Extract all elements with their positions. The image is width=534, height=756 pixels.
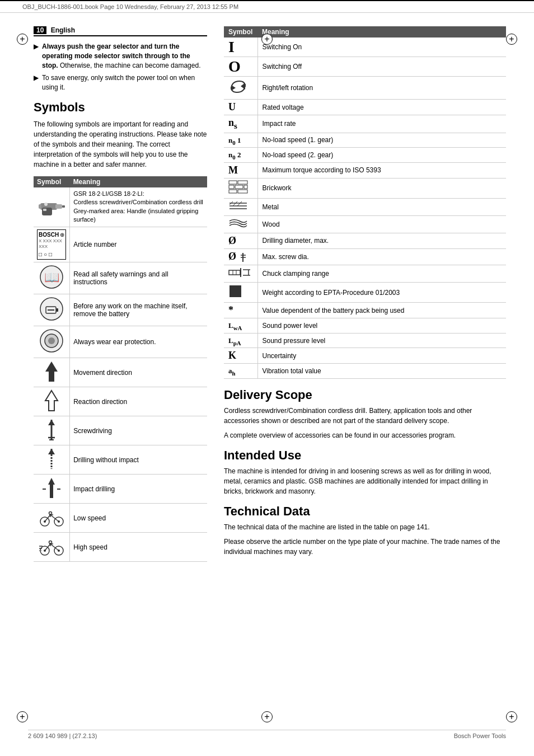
screw-icon	[239, 252, 247, 263]
drill-no-impact-icon	[40, 448, 63, 470]
meaning-on: Switching On	[257, 37, 506, 57]
warning-hand-icon: 📖	[39, 265, 64, 290]
symbol-brickwork	[224, 178, 257, 198]
page-container: OBJ_BUCH-1886-001.book Page 10 Wednesday…	[0, 0, 534, 756]
table-row: Reaction direction	[34, 387, 207, 416]
meaning-drill-diam: Drilling diameter, max.	[257, 233, 506, 248]
svg-rect-11	[56, 308, 58, 312]
table-row: * Value dependent of the battery pack be…	[224, 303, 506, 318]
meaning-cell-drill-no-impact: Drilling without impact	[70, 445, 207, 475]
svg-rect-67	[229, 270, 240, 275]
table-row: 📖 Read all safety warnings and all instr…	[34, 262, 207, 294]
sym-col-header: Symbol	[34, 176, 70, 187]
svg-rect-2	[62, 205, 65, 208]
svg-marker-23	[48, 449, 55, 454]
footer-right: Bosch Power Tools	[454, 732, 506, 739]
symbol-screw-dia: Ø	[224, 248, 257, 265]
ear-protection-icon	[39, 328, 64, 354]
table-row: Ø Drilling diameter, max.	[224, 233, 506, 248]
symbol-voltage: U	[224, 100, 257, 115]
svg-point-9	[40, 298, 63, 320]
meaning-asterisk: Value dependent of the battery pack bein…	[257, 303, 506, 318]
brickwork-icon	[228, 180, 248, 194]
meaning-chuck: Chuck clamping range	[257, 265, 506, 283]
meaning-impact-rate: Impact rate	[257, 115, 506, 133]
chuck-icon	[228, 267, 251, 278]
svg-marker-19	[48, 420, 55, 425]
bullet-arrow-2: ▶	[34, 73, 39, 92]
symbol-lwa: LwA	[224, 318, 257, 334]
meaning-metal: Metal	[257, 198, 506, 215]
table-row: Weight according to EPTA-Procedure 01/20…	[224, 283, 506, 303]
right-sym-col-header: Symbol	[224, 26, 257, 37]
symbol-cell-screwdriving	[34, 416, 70, 445]
symbol-metal	[224, 198, 257, 215]
table-row: Right/left rotation	[224, 77, 506, 100]
table-row: LwA Sound power level	[224, 318, 506, 334]
symbol-cell-drill-no-impact	[34, 445, 70, 475]
table-row: Low speed	[34, 504, 207, 533]
delivery-scope-title: Delivery Scope	[224, 388, 506, 402]
table-row: Drilling without impact	[34, 445, 207, 475]
table-row: Metal	[224, 198, 506, 215]
symbols-intro: The following symbols are important for …	[34, 119, 207, 170]
svg-marker-24	[48, 478, 55, 485]
table-row: Wood	[224, 215, 506, 233]
symbol-cell-warning: 📖	[34, 262, 70, 294]
symbol-wood	[224, 215, 257, 233]
bullet-arrow-1: ▶	[34, 42, 39, 70]
table-row: Impact drilling	[34, 475, 207, 504]
table-row: Brickwork	[224, 178, 506, 198]
bullet-section: ▶ Always push the gear selector and turn…	[34, 42, 207, 92]
technical-data-text-1: The technical data of the machine are li…	[224, 522, 506, 532]
symbol-cell-ear	[34, 326, 70, 358]
screwdriving-icon	[40, 419, 63, 441]
symbol-on: I	[224, 37, 257, 57]
meaning-cell-low-speed: Low speed	[70, 504, 207, 533]
svg-marker-16	[45, 361, 58, 382]
bullet-item-1: ▶ Always push the gear selector and turn…	[34, 42, 207, 70]
symbol-ah: ah	[224, 364, 257, 379]
symbol-noload-2: n0 2	[224, 148, 257, 163]
left-column: 10 English ▶ Always push the gear select…	[34, 26, 207, 562]
meaning-off: Switching Off	[257, 57, 506, 77]
drill-icon	[38, 192, 65, 220]
reg-mark-bottom-left	[17, 711, 28, 722]
meaning-torque: Maximum torque according to ISO 5393	[257, 162, 506, 178]
table-row: High speed	[34, 533, 207, 562]
table-row: Screwdriving	[34, 416, 207, 445]
footer-left: 2 609 140 989 | (27.2.13)	[28, 732, 97, 739]
symbol-impact-rate: ns	[224, 115, 257, 133]
table-row: K Uncertainty	[224, 348, 506, 364]
svg-rect-25	[50, 485, 53, 498]
svg-rect-56	[229, 190, 237, 193]
svg-rect-4	[43, 209, 46, 211]
symbol-cell-impact	[34, 475, 70, 504]
symbol-asterisk: *	[224, 303, 257, 318]
language-label: English	[51, 26, 75, 34]
meaning-k: Uncertainty	[257, 348, 506, 364]
svg-marker-17	[45, 391, 58, 411]
symbol-cell-low-speed	[34, 504, 70, 533]
meaning-col-header: Meaning	[70, 176, 207, 187]
symbol-off: O	[224, 57, 257, 77]
table-row: BOSCH ⊕ X XXX XXX XXX □○□ Article number	[34, 227, 207, 262]
bullet-text-2: To save energy, only switch the power to…	[42, 73, 207, 92]
meaning-cell-ear: Always wear ear protection.	[70, 326, 207, 358]
header-text: OBJ_BUCH-1886-001.book Page 10 Wednesday…	[22, 3, 238, 10]
meaning-lwa: Sound power level	[257, 318, 506, 334]
table-row: n0 2 No-load speed (2. gear)	[224, 148, 506, 163]
svg-point-15	[48, 337, 55, 344]
technical-data-title: Technical Data	[224, 504, 506, 519]
symbol-cell-battery	[34, 294, 70, 326]
table-row: n0 1 No-load speed (1. gear)	[224, 133, 506, 148]
svg-marker-50	[231, 85, 236, 91]
right-column: Symbol Meaning I Switching On O	[218, 26, 506, 562]
svg-rect-6	[39, 204, 41, 209]
table-row: O Switching Off	[224, 57, 506, 77]
svg-rect-52	[238, 181, 247, 184]
table-row: Movement direction	[34, 358, 207, 387]
movement-arrow-icon	[42, 360, 62, 383]
page-section-header: 10 English	[34, 26, 207, 36]
meaning-cell-warning: Read all safety warnings and all instruc…	[70, 262, 207, 294]
